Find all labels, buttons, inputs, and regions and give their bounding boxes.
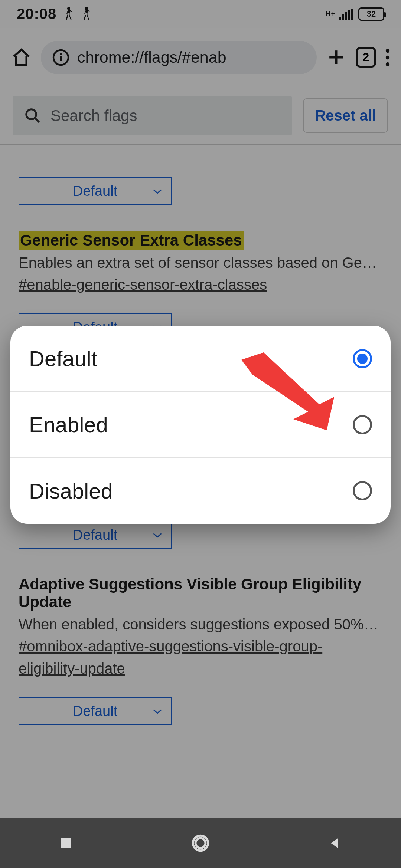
recents-button[interactable] [58,835,74,851]
svg-rect-18 [61,838,71,848]
dialog-option-enabled[interactable]: Enabled [10,392,391,458]
dialog-option-label: Default [29,346,97,371]
dialog-option-default[interactable]: Default [10,326,391,392]
select-dialog: Default Enabled Disabled [10,326,391,524]
back-button[interactable] [327,835,343,851]
svg-marker-21 [331,838,338,848]
system-nav-bar [0,818,401,868]
dialog-option-label: Disabled [29,479,113,503]
radio-unselected-icon [353,415,372,434]
dialog-option-disabled[interactable]: Disabled [10,458,391,524]
home-button[interactable] [190,833,211,853]
svg-point-20 [196,838,206,848]
radio-selected-icon [353,349,372,368]
radio-unselected-icon [353,481,372,500]
dialog-option-label: Enabled [29,412,108,437]
